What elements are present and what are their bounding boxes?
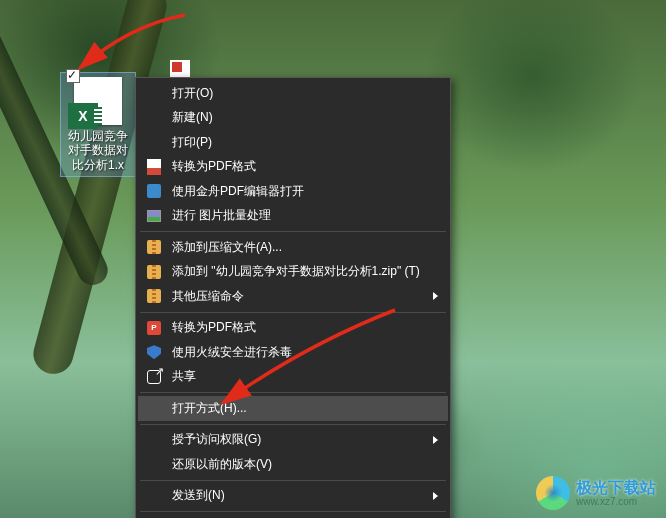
menu-item-label: 打印(P) [172,134,438,151]
menu-item-share[interactable]: 共享 [138,365,448,390]
share-icon [144,369,164,385]
menu-item-label: 打开方式(H)... [172,400,438,417]
menu-item-label: 新建(N) [172,109,438,126]
menu-item-label: 转换为PDF格式 [172,158,438,175]
blank-icon [144,488,164,504]
menu-item-print[interactable]: 打印(P) [138,130,448,155]
menu-item-jz-pdf[interactable]: 使用金舟PDF编辑器打开 [138,179,448,204]
blank-icon [144,85,164,101]
zip-icon [144,264,164,280]
watermark-title: 极光下载站 [576,479,656,497]
menu-separator [140,511,446,512]
desktop-file-excel[interactable]: X 幼儿园竞争对手数据对比分析1.x [60,72,136,177]
menu-item-label: 进行 图片批量处理 [172,207,438,224]
menu-item-label: 打开(O) [172,85,438,102]
menu-item-label: 其他压缩命令 [172,288,438,305]
menu-item-open[interactable]: 打开(O) [138,81,448,106]
blank-icon [144,110,164,126]
blank-icon [144,134,164,150]
context-menu: 打开(O)新建(N)打印(P)PDF转换为PDF格式使用金舟PDF编辑器打开进行… [135,77,451,518]
menu-item-restore[interactable]: 还原以前的版本(V) [138,452,448,477]
menu-item-label: 授予访问权限(G) [172,431,438,448]
rpdf-icon: P [144,320,164,336]
menu-item-to-pdf2[interactable]: P转换为PDF格式 [138,316,448,341]
menu-item-add-named[interactable]: 添加到 "幼儿园竞争对手数据对比分析1.zip" (T) [138,260,448,285]
menu-item-grant[interactable]: 授予访问权限(G) [138,428,448,453]
menu-item-img-batch[interactable]: 进行 图片批量处理 [138,204,448,229]
menu-separator [140,312,446,313]
selection-check-icon [66,69,80,83]
menu-separator [140,424,446,425]
menu-item-new[interactable]: 新建(N) [138,106,448,131]
watermark: 极光下载站 www.xz7.com [536,476,656,510]
menu-item-label: 添加到压缩文件(A)... [172,239,438,256]
menu-item-huorong[interactable]: 使用火绒安全进行杀毒 [138,340,448,365]
blank-icon [144,400,164,416]
menu-item-label: 发送到(N) [172,487,438,504]
excel-file-icon: X [74,77,122,125]
blank-icon [144,456,164,472]
jpdf-icon [144,183,164,199]
menu-item-label: 共享 [172,368,438,385]
watermark-logo-icon [536,476,570,510]
img-icon [144,208,164,224]
blank-icon [144,432,164,448]
menu-separator [140,480,446,481]
shield-icon [144,344,164,360]
menu-item-label: 还原以前的版本(V) [172,456,438,473]
zip-icon [144,288,164,304]
menu-item-open-with[interactable]: 打开方式(H)... [138,396,448,421]
desktop-file-label: 幼儿园竞争对手数据对比分析1.x [65,129,131,172]
menu-item-label: 使用火绒安全进行杀毒 [172,344,438,361]
pdf-icon: PDF [144,159,164,175]
zip-icon [144,239,164,255]
menu-separator [140,392,446,393]
menu-item-label: 转换为PDF格式 [172,319,438,336]
menu-item-label: 使用金舟PDF编辑器打开 [172,183,438,200]
menu-separator [140,231,446,232]
menu-item-to-pdf[interactable]: PDF转换为PDF格式 [138,155,448,180]
excel-badge-icon: X [68,103,98,129]
menu-item-send-to[interactable]: 发送到(N) [138,484,448,509]
watermark-url: www.xz7.com [576,496,656,507]
menu-item-label: 添加到 "幼儿园竞争对手数据对比分析1.zip" (T) [172,263,438,280]
menu-item-add-zip[interactable]: 添加到压缩文件(A)... [138,235,448,260]
menu-item-other-zip[interactable]: 其他压缩命令 [138,284,448,309]
